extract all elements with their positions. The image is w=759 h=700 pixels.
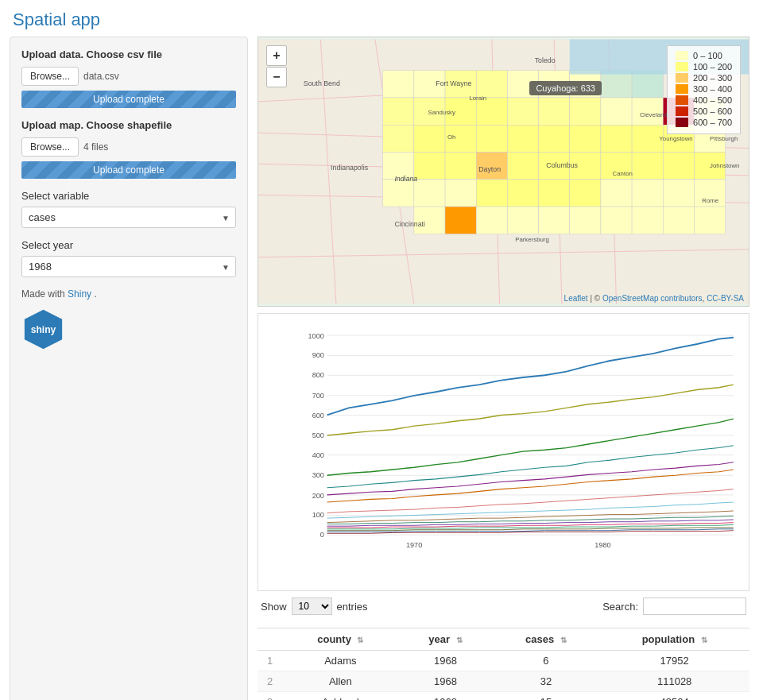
legend-color-4	[676, 84, 688, 94]
legend-label-3: 200 – 300	[693, 73, 732, 83]
svg-rect-28	[539, 98, 570, 125]
table-row: 2 Allen 1968 32 111028	[258, 671, 749, 692]
map-attribution: Leaflet | © OpenStreetMap contributors, …	[564, 294, 744, 303]
legend-color-1	[676, 51, 688, 60]
osm-link[interactable]: OpenStreetMap contributors	[602, 294, 703, 303]
legend-label-5: 400 – 500	[693, 95, 732, 105]
legend-item-6: 500 – 600	[676, 106, 732, 116]
svg-rect-57	[414, 180, 445, 207]
svg-rect-63	[601, 180, 632, 207]
svg-rect-27	[507, 98, 538, 125]
row-num: 3	[258, 692, 282, 701]
svg-text:Cincinnati: Cincinnati	[394, 220, 425, 228]
col-year[interactable]: year ⇅	[399, 628, 493, 651]
svg-text:South Bend: South Bend	[304, 79, 340, 87]
svg-rect-40	[570, 125, 601, 152]
cell-county: Allen	[282, 671, 398, 692]
svg-text:600: 600	[312, 412, 324, 420]
entries-select[interactable]: 10 25 50 100	[292, 598, 332, 615]
zoom-in-button[interactable]: +	[266, 45, 287, 66]
svg-rect-65	[663, 180, 694, 207]
svg-rect-64	[632, 180, 663, 207]
map-legend: 0 – 100 100 – 200 200 – 300 300 – 400 40…	[667, 45, 741, 134]
sort-population-icon: ⇅	[701, 636, 707, 644]
made-with-section: Made with Shiny .	[21, 288, 236, 300]
svg-text:Toledo: Toledo	[535, 56, 556, 64]
map-container: + −	[258, 37, 749, 307]
chart-container: 0 100 200 300 400 500 600 700 800 900 10…	[258, 313, 749, 591]
svg-rect-76	[694, 207, 725, 234]
leaflet-link[interactable]: Leaflet	[564, 294, 588, 303]
svg-text:Lorain: Lorain	[469, 95, 486, 102]
legend-label-1: 0 – 100	[693, 51, 722, 60]
main-layout: Upload data. Choose csv file Browse... d…	[0, 37, 759, 700]
map-files: 4 files	[83, 141, 108, 153]
legend-item-4: 300 – 400	[676, 84, 732, 94]
legend-label-2: 100 – 200	[693, 62, 732, 72]
select-variable-section: Select variable cases population ▼	[21, 190, 236, 228]
shiny-logo: shiny	[21, 307, 65, 351]
zoom-out-button[interactable]: −	[266, 67, 287, 87]
cell-year: 1968	[399, 692, 493, 701]
shiny-link[interactable]: Shiny	[68, 288, 91, 300]
col-population[interactable]: population ⇅	[599, 628, 749, 651]
svg-rect-60	[507, 180, 538, 207]
col-county[interactable]: county ⇅	[282, 628, 398, 651]
sort-county-icon: ⇅	[357, 636, 363, 644]
map-file-row: Browse... 4 files	[21, 137, 236, 157]
svg-rect-47	[445, 153, 476, 180]
svg-text:Rome: Rome	[702, 197, 718, 204]
table-header-row: county ⇅ year ⇅ cases ⇅ population ⇅	[258, 628, 749, 651]
svg-rect-68	[445, 207, 476, 234]
map-controls: + −	[266, 45, 287, 87]
col-cases[interactable]: cases ⇅	[493, 628, 600, 651]
svg-text:Sandusky: Sandusky	[428, 109, 455, 116]
browse-csv-button[interactable]: Browse...	[21, 67, 79, 86]
cc-link[interactable]: CC-BY-SA	[707, 294, 744, 303]
svg-rect-54	[663, 153, 694, 180]
variable-select[interactable]: cases population	[21, 207, 236, 228]
variable-select-wrapper: cases population ▼	[21, 207, 236, 228]
svg-rect-38	[507, 125, 538, 152]
svg-rect-49	[507, 153, 538, 180]
svg-text:Dayton: Dayton	[478, 165, 501, 173]
cell-cases: 32	[493, 671, 600, 692]
svg-rect-30	[601, 98, 632, 125]
svg-rect-46	[414, 153, 445, 180]
svg-rect-17	[476, 71, 507, 98]
legend-color-6	[676, 106, 688, 116]
svg-text:0: 0	[320, 531, 324, 539]
app-title: Spatial app	[0, 0, 759, 37]
select-year-section: Select year 1965 1966 1967 1968 1969 197…	[21, 239, 236, 277]
svg-rect-42	[632, 125, 663, 152]
svg-rect-29	[570, 98, 601, 125]
browse-map-button[interactable]: Browse...	[21, 137, 79, 157]
year-select-wrapper: 1965 1966 1967 1968 1969 1970 ▼	[21, 256, 236, 277]
map-tooltip: Cuyahoga: 633	[529, 81, 602, 95]
legend-item-2: 100 – 200	[676, 62, 732, 72]
csv-file-row: Browse... data.csv	[21, 67, 236, 86]
shiny-logo-container: shiny	[21, 307, 236, 354]
chart-svg: 0 100 200 300 400 500 600 700 800 900 10…	[298, 322, 741, 567]
upload-map-section: Upload map. Choose shapefile Browse... 4…	[21, 119, 236, 179]
search-label: Search:	[602, 601, 638, 613]
sort-year-icon: ⇅	[456, 636, 463, 644]
svg-text:1970: 1970	[406, 541, 422, 549]
svg-text:Columbus: Columbus	[546, 161, 578, 169]
legend-item-1: 0 – 100	[676, 51, 732, 60]
svg-rect-14	[383, 71, 414, 98]
svg-rect-73	[601, 207, 632, 234]
svg-text:200: 200	[312, 492, 324, 500]
row-num: 1	[258, 651, 282, 671]
svg-rect-37	[476, 125, 507, 152]
svg-text:Oh: Oh	[447, 133, 455, 141]
svg-rect-41	[601, 125, 632, 152]
table-row: 1 Adams 1968 6 17952	[258, 651, 749, 671]
svg-rect-70	[507, 207, 538, 234]
cell-cases: 15	[493, 692, 600, 701]
legend-label-4: 300 – 400	[693, 84, 732, 94]
svg-text:300: 300	[312, 471, 324, 479]
search-input[interactable]	[643, 598, 746, 615]
svg-text:Indiana: Indiana	[394, 175, 417, 183]
year-select[interactable]: 1965 1966 1967 1968 1969 1970	[21, 256, 236, 277]
